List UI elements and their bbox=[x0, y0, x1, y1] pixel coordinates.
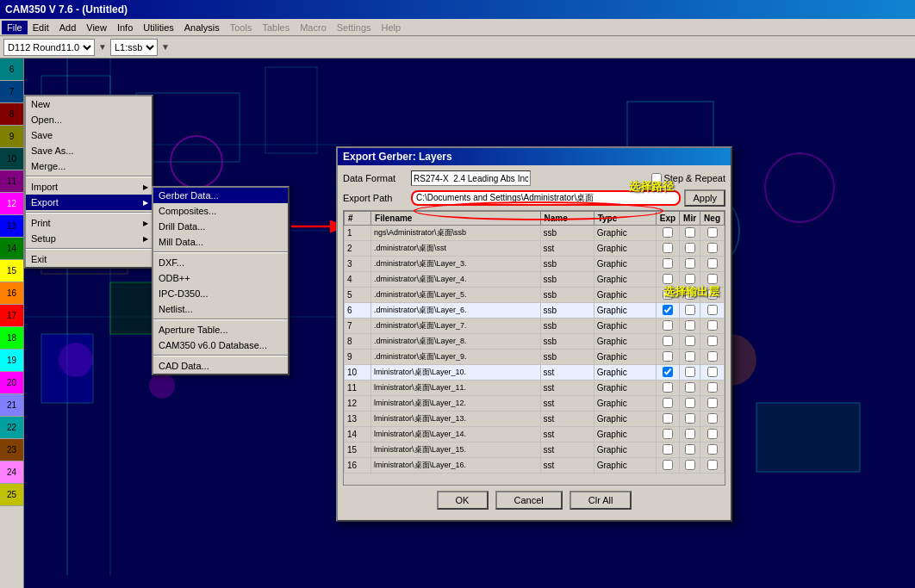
cell-neg[interactable] bbox=[700, 412, 725, 427]
cell-mir[interactable] bbox=[680, 443, 700, 458]
neg-checkbox[interactable] bbox=[707, 258, 718, 269]
cell-exp[interactable] bbox=[656, 257, 679, 272]
layers-table-scroll[interactable]: # Filename Name Type Exp Mir Neg 1ngs\Ad… bbox=[343, 210, 725, 486]
cell-exp[interactable] bbox=[656, 365, 679, 381]
cell-neg[interactable] bbox=[700, 241, 725, 257]
cell-exp[interactable] bbox=[656, 319, 679, 334]
neg-checkbox[interactable] bbox=[707, 367, 718, 377]
menu-view[interactable]: View bbox=[81, 21, 112, 34]
cell-exp[interactable] bbox=[656, 226, 679, 241]
cell-neg[interactable] bbox=[700, 443, 725, 458]
menu-edit[interactable]: Edit bbox=[28, 21, 54, 34]
submenu-ipc[interactable]: IPC-D350... bbox=[153, 286, 288, 301]
exp-checkbox[interactable] bbox=[663, 305, 673, 315]
menu-setup[interactable]: Setup bbox=[26, 231, 152, 246]
menu-utilities[interactable]: Utilities bbox=[138, 21, 178, 34]
cell-exp[interactable] bbox=[656, 350, 679, 365]
cell-neg[interactable] bbox=[700, 319, 725, 334]
menu-analysis[interactable]: Analysis bbox=[179, 21, 225, 34]
mir-checkbox[interactable] bbox=[685, 320, 695, 331]
cell-mir[interactable] bbox=[680, 427, 700, 443]
mir-checkbox[interactable] bbox=[685, 429, 695, 439]
neg-checkbox[interactable] bbox=[707, 305, 718, 315]
cell-mir[interactable] bbox=[680, 226, 700, 241]
submenu-netlist[interactable]: Netlist... bbox=[153, 301, 288, 317]
neg-checkbox[interactable] bbox=[707, 413, 718, 424]
cell-mir[interactable] bbox=[680, 350, 700, 365]
cell-neg[interactable] bbox=[700, 396, 725, 412]
cell-exp[interactable] bbox=[656, 443, 679, 458]
mir-checkbox[interactable] bbox=[685, 398, 695, 408]
neg-checkbox[interactable] bbox=[707, 382, 718, 393]
exp-checkbox[interactable] bbox=[663, 351, 673, 362]
layer-select[interactable]: L1:ssb bbox=[110, 39, 158, 56]
mir-checkbox[interactable] bbox=[685, 227, 695, 238]
ok-button[interactable]: OK bbox=[437, 491, 489, 510]
menu-save[interactable]: Save bbox=[26, 127, 152, 143]
exp-checkbox[interactable] bbox=[663, 320, 673, 331]
exp-checkbox[interactable] bbox=[663, 258, 673, 269]
cell-mir[interactable] bbox=[680, 303, 700, 319]
cell-exp[interactable] bbox=[656, 381, 679, 396]
clr-all-button[interactable]: Clr All bbox=[570, 491, 632, 510]
menu-merge[interactable]: Merge... bbox=[26, 158, 152, 174]
cell-exp[interactable] bbox=[656, 303, 679, 319]
mir-checkbox[interactable] bbox=[685, 367, 695, 377]
cancel-button[interactable]: Cancel bbox=[495, 491, 563, 510]
mir-checkbox[interactable] bbox=[685, 336, 695, 346]
cell-mir[interactable] bbox=[680, 458, 700, 473]
data-format-input[interactable] bbox=[411, 170, 531, 186]
mir-checkbox[interactable] bbox=[685, 243, 695, 253]
cell-exp[interactable] bbox=[656, 412, 679, 427]
submenu-gerber-data[interactable]: Gerber Data... bbox=[153, 188, 288, 203]
menu-info[interactable]: Info bbox=[112, 21, 138, 34]
neg-checkbox[interactable] bbox=[707, 398, 718, 408]
exp-checkbox[interactable] bbox=[663, 227, 673, 238]
mir-checkbox[interactable] bbox=[685, 382, 695, 393]
menu-export[interactable]: Export bbox=[26, 195, 152, 210]
cell-exp[interactable] bbox=[656, 334, 679, 350]
exp-checkbox[interactable] bbox=[663, 382, 673, 393]
cell-neg[interactable] bbox=[700, 226, 725, 241]
mir-checkbox[interactable] bbox=[685, 444, 695, 455]
neg-checkbox[interactable] bbox=[707, 320, 718, 331]
submenu-cam350-db[interactable]: CAM350 v6.0 Database... bbox=[153, 337, 288, 353]
exp-checkbox[interactable] bbox=[663, 336, 673, 346]
menu-add[interactable]: Add bbox=[54, 21, 82, 34]
cell-mir[interactable] bbox=[680, 257, 700, 272]
neg-checkbox[interactable] bbox=[707, 444, 718, 455]
menu-exit[interactable]: Exit bbox=[26, 251, 152, 267]
mir-checkbox[interactable] bbox=[685, 351, 695, 362]
neg-checkbox[interactable] bbox=[707, 243, 718, 253]
exp-checkbox[interactable] bbox=[663, 444, 673, 455]
menu-print[interactable]: Print bbox=[26, 215, 152, 231]
menu-save-as[interactable]: Save As... bbox=[26, 143, 152, 158]
cell-mir[interactable] bbox=[680, 412, 700, 427]
cell-neg[interactable] bbox=[700, 458, 725, 473]
submenu-aperture[interactable]: Aperture Table... bbox=[153, 322, 288, 337]
submenu-dxf[interactable]: DXF... bbox=[153, 255, 288, 270]
submenu-cad-data[interactable]: CAD Data... bbox=[153, 358, 288, 374]
cell-neg[interactable] bbox=[700, 350, 725, 365]
cell-neg[interactable] bbox=[700, 257, 725, 272]
cell-exp[interactable] bbox=[656, 458, 679, 473]
aperture-select[interactable]: D112 Round11.0 bbox=[3, 39, 95, 56]
cell-neg[interactable] bbox=[700, 381, 725, 396]
mir-checkbox[interactable] bbox=[685, 413, 695, 424]
cell-mir[interactable] bbox=[680, 319, 700, 334]
cell-mir[interactable] bbox=[680, 365, 700, 381]
exp-checkbox[interactable] bbox=[663, 460, 673, 470]
neg-checkbox[interactable] bbox=[707, 429, 718, 439]
mir-checkbox[interactable] bbox=[685, 460, 695, 470]
cell-mir[interactable] bbox=[680, 381, 700, 396]
cell-neg[interactable] bbox=[700, 365, 725, 381]
neg-checkbox[interactable] bbox=[707, 274, 718, 284]
neg-checkbox[interactable] bbox=[707, 460, 718, 470]
exp-checkbox[interactable] bbox=[663, 243, 673, 253]
exp-checkbox[interactable] bbox=[663, 429, 673, 439]
submenu-composites[interactable]: Composites... bbox=[153, 203, 288, 219]
cell-mir[interactable] bbox=[680, 396, 700, 412]
cell-neg[interactable] bbox=[700, 303, 725, 319]
mir-checkbox[interactable] bbox=[685, 274, 695, 284]
cell-exp[interactable] bbox=[656, 241, 679, 257]
